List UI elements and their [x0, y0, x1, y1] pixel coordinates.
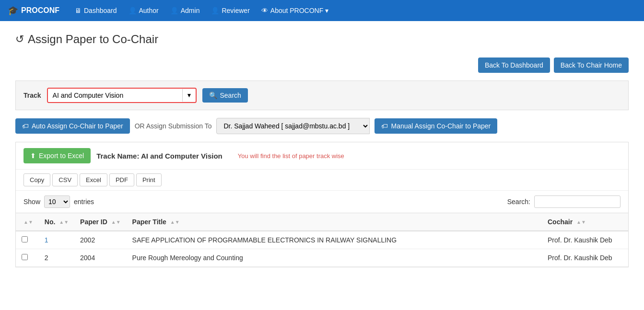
row-no: 2	[39, 249, 74, 267]
author-icon: 👤	[129, 7, 137, 14]
back-to-dashboard-button[interactable]: Back To Dashboard	[478, 57, 550, 73]
row-checkbox-cell	[16, 249, 39, 267]
row-no: 1	[39, 231, 74, 249]
row-cochair: Prof. Dr. Kaushik Deb	[542, 231, 628, 249]
row-paper-title: Pure Rough Mereology and Counting	[127, 249, 542, 267]
sort-icon-paperid: ▲▼	[111, 220, 121, 225]
tag-icon-2: 🏷	[381, 122, 388, 130]
table-button-row: Copy CSV Excel PDF Print	[16, 170, 628, 191]
nav-reviewer[interactable]: 👤 Reviewer	[205, 0, 255, 21]
brand-icon: 🎓	[8, 5, 18, 16]
top-action-buttons: Back To Dashboard Back To Chair Home	[15, 57, 629, 73]
retweet-icon: ↺	[15, 33, 24, 46]
row-paper-id: 2004	[74, 249, 127, 267]
search-icon: 🔍	[209, 92, 217, 99]
dashboard-icon: 🖥	[75, 7, 82, 14]
navbar: 🎓 PROCONF 🖥 Dashboard 👤 Author 👤 Admin 👤…	[0, 0, 644, 21]
papers-table: ▲▼ No. ▲▼ Paper ID ▲▼ Paper Title ▲▼ Coc…	[16, 213, 628, 267]
pdf-button[interactable]: PDF	[109, 173, 134, 186]
track-dropdown-button[interactable]: ▼	[182, 89, 196, 102]
col-paper-title[interactable]: Paper Title ▲▼	[127, 213, 542, 231]
entries-label: entries	[74, 198, 94, 206]
manual-assign-button[interactable]: 🏷 Manual Assign Co-Chair to Paper	[375, 118, 497, 134]
table-row: 2 2004 Pure Rough Mereology and Counting…	[16, 249, 628, 267]
export-excel-button[interactable]: ⬆ Export to Excel	[23, 148, 91, 163]
admin-icon: 👤	[170, 7, 178, 14]
back-to-chair-home-button[interactable]: Back To Chair Home	[554, 57, 629, 73]
nav-admin[interactable]: 👤 Admin	[164, 0, 206, 21]
tag-icon: 🏷	[22, 122, 29, 130]
brand-link[interactable]: 🎓 PROCONF	[8, 5, 59, 16]
or-assign-text: OR Assign Submission To	[135, 122, 212, 130]
col-checkbox: ▲▼	[16, 213, 39, 231]
col-cochair[interactable]: Cochair ▲▼	[542, 213, 628, 231]
excel-button[interactable]: Excel	[80, 173, 107, 186]
search-label: Search:	[507, 198, 530, 206]
reviewer-icon: 👤	[211, 7, 219, 14]
main-content: ↺ Assign Paper to Co-Chair Back To Dashb…	[0, 21, 644, 279]
col-no[interactable]: No. ▲▼	[39, 213, 74, 231]
table-row: 1 2002 SAFE APPLICATION OF PROGRAMMABLE …	[16, 231, 628, 249]
csv-button[interactable]: CSV	[52, 173, 78, 186]
row-checkbox[interactable]	[22, 236, 28, 242]
search-button[interactable]: 🔍 Search	[202, 88, 247, 103]
nav-about[interactable]: 👁 About PROCONF ▾	[256, 0, 334, 21]
assign-panel: 🏷 Auto Assign Co-Chair to Paper OR Assig…	[15, 118, 629, 134]
track-name-display: Track Name: AI and Computer Vision	[96, 152, 222, 160]
show-label: Show	[23, 198, 40, 206]
sort-icon-no: ▲▼	[59, 220, 69, 225]
track-input[interactable]	[48, 89, 182, 102]
auto-assign-button[interactable]: 🏷 Auto Assign Co-Chair to Paper	[15, 118, 130, 134]
table-controls: Show 10 25 50 100 entries Search:	[16, 191, 628, 213]
row-checkbox[interactable]	[22, 254, 28, 260]
sort-icon-cochair: ▲▼	[576, 220, 586, 225]
col-paper-id[interactable]: Paper ID ▲▼	[74, 213, 127, 231]
about-icon: 👁	[261, 7, 268, 14]
data-table-area: ⬆ Export to Excel Track Name: AI and Com…	[15, 142, 629, 267]
assign-select-wrapper: Dr. Sajjad Waheed [ sajjad@mbstu.ac.bd ]	[216, 118, 370, 134]
row-checkbox-cell	[16, 231, 39, 249]
print-button[interactable]: Print	[136, 173, 162, 186]
upload-icon: ⬆	[30, 152, 36, 160]
copy-button[interactable]: Copy	[23, 173, 50, 186]
show-entries: Show 10 25 50 100 entries	[23, 195, 94, 208]
table-search-input[interactable]	[534, 195, 621, 208]
row-paper-title: SAFE APPLICATION OF PROGRAMMABLE ELECTRO…	[127, 231, 542, 249]
sort-icon-checkbox: ▲▼	[23, 220, 33, 225]
row-paper-id: 2002	[74, 231, 127, 249]
table-search-area: Search:	[507, 195, 621, 208]
assign-person-select[interactable]: Dr. Sajjad Waheed [ sajjad@mbstu.ac.bd ]	[216, 118, 370, 134]
no-link[interactable]: 1	[45, 236, 48, 244]
info-text: You will find the list of paper track wi…	[238, 152, 344, 160]
track-input-wrapper: ▼	[47, 88, 197, 103]
row-cochair: Prof. Dr. Kaushik Deb	[542, 249, 628, 267]
sort-icon-title: ▲▼	[170, 220, 180, 225]
brand-name: PROCONF	[21, 6, 59, 15]
entries-select[interactable]: 10 25 50 100	[44, 195, 70, 208]
track-label: Track	[23, 92, 41, 99]
page-title: Assign Paper to Co-Chair	[28, 33, 158, 46]
page-title-section: ↺ Assign Paper to Co-Chair	[15, 33, 629, 46]
nav-author[interactable]: 👤 Author	[123, 0, 164, 21]
track-search-panel: Track ▼ 🔍 Search	[15, 80, 629, 110]
data-header: ⬆ Export to Excel Track Name: AI and Com…	[16, 142, 628, 170]
nav-dashboard[interactable]: 🖥 Dashboard	[69, 0, 123, 21]
